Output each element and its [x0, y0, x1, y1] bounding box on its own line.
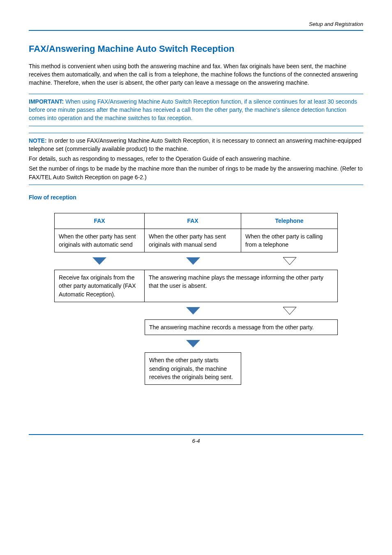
- page-title: FAX/Answering Machine Auto Switch Recept…: [29, 42, 363, 56]
- arrow-row-1: [54, 252, 338, 270]
- arrow-1b: [145, 257, 241, 265]
- flow-cell-2a: Receive fax originals from the other par…: [54, 270, 145, 302]
- flow-row-4: When the other party starts sending orig…: [54, 352, 338, 385]
- outline-down-arrow-icon: [283, 257, 297, 265]
- important-label: IMPORTANT:: [29, 98, 64, 105]
- flow-header-fax-a: FAX: [54, 213, 145, 229]
- outline-down-arrow-icon: [283, 307, 297, 315]
- flow-header-fax-b: FAX: [145, 213, 241, 229]
- solid-down-arrow-icon: [186, 340, 200, 347]
- flow-cell-2bc: The answering machine plays the message …: [145, 270, 338, 302]
- header-section: Setup and Registration: [29, 21, 363, 28]
- arrow-3b: [145, 340, 241, 347]
- note-line-1: NOTE: In order to use FAX/Answering Mach…: [29, 136, 363, 153]
- svg-marker-4: [283, 307, 296, 314]
- flow-cell-1c: When the other party is calling from a t…: [241, 229, 338, 253]
- note-rule-bottom: [29, 185, 363, 185]
- svg-marker-2: [283, 257, 296, 265]
- solid-down-arrow-icon: [186, 307, 200, 314]
- svg-marker-3: [186, 307, 200, 314]
- note-label: NOTE:: [29, 137, 47, 144]
- flow-header-telephone: Telephone: [241, 213, 338, 229]
- flow-cell-4c-empty: [241, 352, 338, 385]
- flow-cell-3a-empty: [54, 319, 145, 335]
- svg-marker-5: [186, 340, 200, 347]
- note-text-1: In order to use FAX/Answering Machine Au…: [29, 137, 361, 152]
- page-number: 6-4: [29, 434, 363, 445]
- flow-cell-3bc: The answering machine records a message …: [145, 319, 338, 335]
- header-rule: [29, 30, 363, 31]
- flow-heading: Flow of reception: [29, 193, 363, 201]
- important-text: When using FAX/Answering Machine Auto Sw…: [29, 98, 357, 122]
- flow-diagram: FAX FAX Telephone When the other party h…: [54, 213, 338, 385]
- solid-down-arrow-icon: [186, 257, 200, 265]
- flow-row-3: The answering machine records a message …: [54, 319, 338, 335]
- arrow-row-3: [54, 335, 338, 352]
- flow-row-1: When the other party has sent originals …: [54, 229, 338, 253]
- flow-row-2: Receive fax originals from the other par…: [54, 270, 338, 302]
- note-callout: NOTE: In order to use FAX/Answering Mach…: [29, 133, 363, 185]
- intro-paragraph: This method is convenient when using bot…: [29, 62, 363, 87]
- arrow-2b: [145, 307, 241, 314]
- note-line-3: Set the number of rings to be made by th…: [29, 164, 363, 181]
- flow-header-row: FAX FAX Telephone: [54, 213, 338, 229]
- arrow-1c: [241, 257, 338, 265]
- flow-cell-1a: When the other party has sent originals …: [54, 229, 145, 253]
- svg-marker-0: [92, 257, 106, 265]
- flow-cell-1b: When the other party has sent originals …: [145, 229, 241, 253]
- arrow-2c: [241, 307, 338, 315]
- arrow-row-2: [54, 302, 338, 319]
- svg-marker-1: [186, 257, 200, 265]
- note-line-2: For details, such as responding to messa…: [29, 155, 363, 163]
- solid-down-arrow-icon: [92, 257, 106, 265]
- flow-cell-4a-empty: [54, 352, 145, 385]
- arrow-1a: [54, 257, 145, 265]
- flow-cell-4b: When the other party starts sending orig…: [145, 352, 241, 385]
- important-rule-bottom: [29, 126, 363, 126]
- important-callout: IMPORTANT: When using FAX/Answering Mach…: [29, 94, 363, 126]
